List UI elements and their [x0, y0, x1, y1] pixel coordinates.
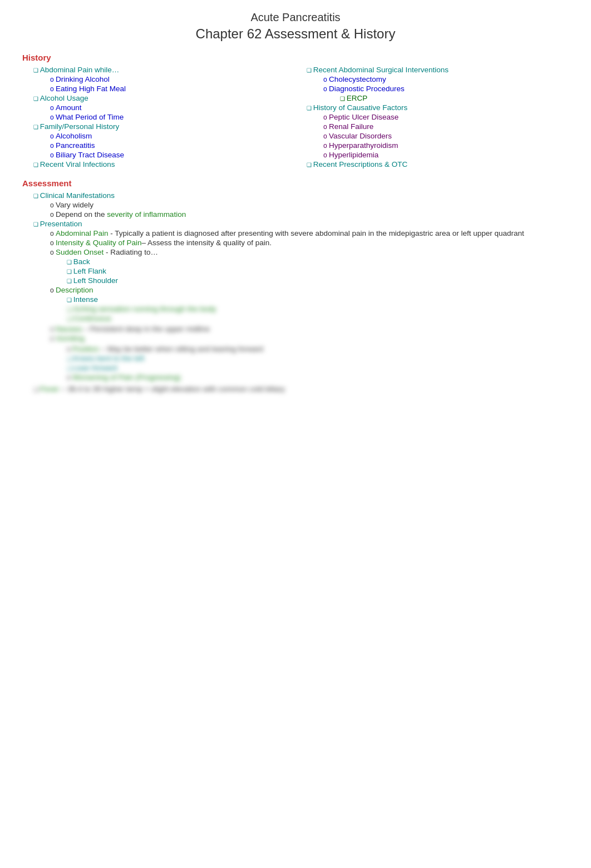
- page-title: Acute Pancreatitis: [22, 11, 569, 24]
- peptic-ulcer-label: Peptic Ulcer Disease: [323, 113, 398, 121]
- blurred-nausea-label: Nausea – Persistent deep in the upper mi…: [50, 325, 210, 333]
- family-history-item: Family/Personal History: [33, 122, 296, 131]
- hyperparathyroidism-label: Hyperparathyroidism: [323, 141, 398, 150]
- blurred-label-2: Continuous: [67, 314, 111, 323]
- description-label: Description: [50, 286, 93, 294]
- intensity-quality-link[interactable]: Intensity & Quality of Pain: [56, 239, 142, 247]
- abdominal-pain-item: Abdominal Pain while…: [33, 66, 296, 74]
- left-shoulder-label: Left Shoulder: [67, 276, 118, 285]
- history-two-col: Abdominal Pain while… Drinking Alcohol E…: [22, 66, 569, 170]
- renal-failure-item: Renal Failure: [323, 122, 569, 131]
- clinical-manifestations-label: Clinical Manifestations: [33, 191, 115, 200]
- amount-label: Amount: [50, 103, 82, 112]
- intense-item: Intense: [67, 295, 569, 304]
- pancreatitis-item: Pancreatitis: [50, 141, 296, 150]
- presentation-label: Presentation: [33, 220, 82, 228]
- eating-high-fat-label: Eating High Fat Meal: [50, 85, 126, 93]
- hyperlipidemia-label: Hyperlipidemia: [323, 151, 378, 159]
- sudden-onset-item: Sudden Onset - Radiating to…: [50, 248, 569, 256]
- back-label: Back: [67, 257, 90, 266]
- description-item: Description: [50, 286, 569, 294]
- recent-abdominal-surgical-item: Recent Abdominal Surgical Interventions: [307, 66, 569, 74]
- amount-item: Amount: [50, 103, 296, 112]
- abdominal-pain-link[interactable]: Abdominal Pain: [56, 229, 109, 237]
- diagnostic-procedures-item: Diagnostic Procedures: [323, 85, 569, 93]
- page-subtitle: Chapter 62 Assessment & History: [22, 26, 569, 42]
- clinical-manifestations-item: Clinical Manifestations: [33, 191, 569, 200]
- biliary-tract-label: Biliary Tract Disease: [50, 151, 124, 159]
- depend-on-label: Depend on the severity of inflammation: [50, 210, 186, 219]
- left-flank-label: Left Flank: [67, 267, 106, 275]
- blurred-knees-label: Knees bent to the left: [67, 354, 144, 363]
- history-right-col: Recent Abdominal Surgical Interventions …: [296, 66, 569, 170]
- history-causative-item: History of Causative Factors: [307, 103, 569, 112]
- blurred-knees-item: Knees bent to the left: [67, 354, 569, 363]
- recent-viral-label: Recent Viral Infections: [33, 160, 115, 168]
- ercp-item: ERCP: [340, 94, 569, 102]
- recent-prescriptions-item: Recent Prescriptions & OTC: [307, 160, 569, 168]
- vascular-disorders-item: Vascular Disorders: [323, 132, 569, 140]
- blurred-worsening-label: Worsening of Pain (Progressing): [67, 373, 181, 381]
- biliary-tract-item: Biliary Tract Disease: [50, 151, 296, 159]
- alcoholism-item: Alcoholism: [50, 132, 296, 140]
- blurred-fever-item: Fever – 38.4 to 39 higher temp + slight …: [33, 385, 569, 393]
- vary-widely-label: Vary widely: [50, 201, 93, 209]
- blurred-vomiting-item: Vomiting: [50, 334, 569, 343]
- alcoholism-label: Alcoholism: [50, 132, 92, 140]
- drinking-alcohol-label: Drinking Alcohol: [50, 75, 110, 83]
- hyperparathyroidism-item: Hyperparathyroidism: [323, 141, 569, 150]
- blurred-position-item: Position – May be better when sitting an…: [67, 345, 569, 353]
- abdominal-pain-presentation-item: Abdominal Pain - Typically a patient is …: [50, 229, 569, 237]
- blurred-leaning-item: Lean forward: [67, 364, 569, 372]
- assessment-header: Assessment: [22, 178, 569, 188]
- back-item: Back: [67, 257, 569, 266]
- ercp-label: ERCP: [340, 94, 367, 102]
- blurred-item-2: Continuous: [67, 314, 569, 323]
- renal-failure-label: Renal Failure: [323, 122, 373, 131]
- blurred-item-1: Aching sensation running through the bod…: [67, 305, 569, 313]
- period-of-time-label: What Period of Time: [50, 113, 124, 121]
- pancreatitis-label: Pancreatitis: [50, 141, 95, 150]
- blurred-label-1: Aching sensation running through the bod…: [67, 305, 216, 313]
- sudden-onset-link[interactable]: Sudden Onset: [56, 248, 104, 256]
- vary-widely-item: Vary widely: [50, 201, 569, 209]
- cholecystectomy-label: Cholecystectomy: [323, 75, 386, 83]
- drinking-alcohol-item: Drinking Alcohol: [50, 75, 296, 83]
- vascular-disorders-label: Vascular Disorders: [323, 132, 392, 140]
- history-causative-label: History of Causative Factors: [307, 103, 407, 112]
- blurred-vomiting-label: Vomiting: [50, 334, 85, 343]
- hyperlipidemia-item: Hyperlipidemia: [323, 151, 569, 159]
- period-of-time-item: What Period of Time: [50, 113, 296, 121]
- recent-viral-item: Recent Viral Infections: [33, 160, 296, 168]
- diagnostic-procedures-label: Diagnostic Procedures: [323, 85, 405, 93]
- intensity-quality-label: Intensity & Quality of Pain– Assess the …: [50, 239, 272, 247]
- recent-prescriptions-label: Recent Prescriptions & OTC: [307, 160, 407, 168]
- cholecystectomy-item: Cholecystectomy: [323, 75, 569, 83]
- history-left-col: Abdominal Pain while… Drinking Alcohol E…: [22, 66, 296, 170]
- recent-abdominal-surgical-label: Recent Abdominal Surgical Interventions: [307, 66, 449, 74]
- depend-on-item: Depend on the severity of inflammation: [50, 210, 569, 219]
- peptic-ulcer-item: Peptic Ulcer Disease: [323, 113, 569, 121]
- blurred-worsening-item: Worsening of Pain (Progressing): [67, 373, 569, 381]
- alcohol-usage-item: Alcohol Usage: [33, 94, 296, 102]
- eating-high-fat-item: Eating High Fat Meal: [50, 85, 296, 93]
- description-link[interactable]: Description: [56, 286, 93, 294]
- severity-link[interactable]: severity of inflammation: [107, 210, 186, 219]
- left-shoulder-item: Left Shoulder: [67, 276, 569, 285]
- history-header: History: [22, 53, 569, 62]
- intensity-quality-item: Intensity & Quality of Pain– Assess the …: [50, 239, 569, 247]
- blurred-fever-label: Fever – 38.4 to 39 higher temp + slight …: [33, 385, 285, 393]
- alcohol-usage-label: Alcohol Usage: [33, 94, 88, 102]
- blurred-nausea-item: Nausea – Persistent deep in the upper mi…: [50, 325, 569, 333]
- abdominal-pain-presentation-label: Abdominal Pain - Typically a patient is …: [50, 229, 524, 237]
- intense-label: Intense: [67, 295, 98, 304]
- left-flank-item: Left Flank: [67, 267, 569, 275]
- sudden-onset-label: Sudden Onset - Radiating to…: [50, 248, 158, 256]
- blurred-position-label: Position – May be better when sitting an…: [67, 345, 263, 353]
- family-history-label: Family/Personal History: [33, 122, 119, 131]
- blurred-leaning-label: Lean forward: [67, 364, 117, 372]
- presentation-item: Presentation: [33, 220, 569, 228]
- abdominal-pain-label: Abdominal Pain while…: [33, 66, 119, 74]
